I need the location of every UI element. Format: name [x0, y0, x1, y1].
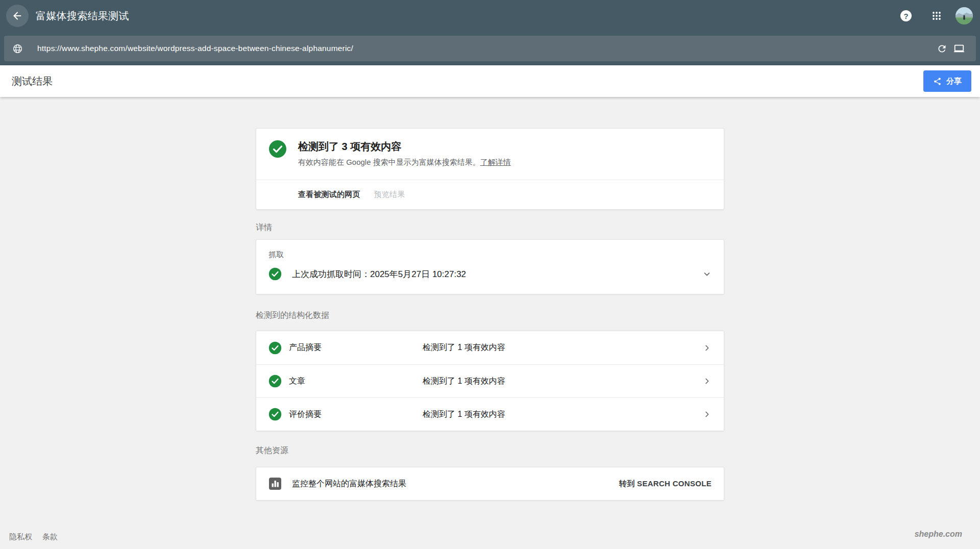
page-title: 测试结果 — [12, 74, 53, 88]
valid-check-icon — [268, 375, 282, 388]
crawl-card: 抓取 上次成功抓取时间：2025年5月27日 10:27:32 — [256, 239, 724, 294]
structured-section-label: 检测到的结构化数据 — [256, 310, 724, 321]
app-bar: 富媒体搜索结果测试 ? — [0, 0, 980, 32]
chevron-right-icon — [702, 377, 712, 386]
footer: 隐私权 条款 — [9, 532, 58, 542]
learn-more-link[interactable]: 了解详情 — [480, 158, 511, 166]
go-to-search-console-link[interactable]: 转到 SEARCH CONSOLE — [619, 479, 712, 489]
crawl-status-text: 上次成功抓取时间：2025年5月27日 10:27:32 — [292, 268, 466, 280]
chevron-right-icon — [702, 343, 712, 353]
share-icon — [933, 77, 942, 86]
resources-section-label: 其他资源 — [256, 445, 724, 456]
tab-view-tested-page[interactable]: 查看被测试的网页 — [298, 190, 360, 199]
results-header: 测试结果 分享 — [0, 65, 980, 97]
summary-card: 检测到了 3 项有效内容 有效内容能在 Google 搜索中显示为富媒体搜索结果… — [256, 128, 724, 210]
structured-row-article[interactable]: 文章 检测到了 1 项有效内容 — [256, 364, 724, 397]
crawl-check-icon — [268, 267, 282, 281]
terms-link[interactable]: 条款 — [42, 532, 58, 542]
row-label: 评价摘要 — [289, 409, 423, 420]
device-screen-icon[interactable] — [950, 40, 968, 57]
structured-data-card: 产品摘要 检测到了 1 项有效内容 文章 检测到了 1 项有效内容 — [256, 331, 724, 431]
details-section-label: 详情 — [256, 222, 724, 233]
refresh-icon[interactable] — [933, 40, 950, 57]
avatar[interactable] — [955, 7, 973, 24]
apps-grid-icon[interactable] — [932, 11, 941, 20]
summary-subtitle: 有效内容能在 Google 搜索中显示为富媒体搜索结果。 — [298, 158, 480, 166]
tab-preview-results: 预览结果 — [374, 190, 405, 199]
chevron-right-icon — [702, 410, 712, 419]
row-label: 产品摘要 — [289, 342, 423, 353]
share-button[interactable]: 分享 — [923, 70, 971, 92]
valid-check-icon — [268, 341, 282, 355]
row-status: 检测到了 1 项有效内容 — [423, 342, 505, 353]
globe-icon — [12, 43, 23, 54]
resources-item-label: 监控整个网站的富媒体搜索结果 — [292, 479, 406, 489]
row-status: 检测到了 1 项有效内容 — [423, 409, 505, 420]
structured-row-product-snippet[interactable]: 产品摘要 检测到了 1 项有效内容 — [256, 331, 724, 364]
resources-card: 监控整个网站的富媒体搜索结果 转到 SEARCH CONSOLE — [256, 467, 724, 501]
help-icon[interactable]: ? — [900, 10, 912, 21]
row-status: 检测到了 1 项有效内容 — [423, 376, 505, 387]
url-pill: https://www.shephe.com/website/wordpress… — [4, 36, 976, 61]
app-title: 富媒体搜索结果测试 — [36, 9, 129, 23]
row-label: 文章 — [289, 376, 423, 387]
bar-chart-icon — [268, 477, 282, 490]
privacy-link[interactable]: 隐私权 — [9, 532, 32, 542]
chevron-down-icon[interactable] — [702, 269, 712, 279]
tested-url[interactable]: https://www.shephe.com/website/wordpress… — [37, 44, 933, 53]
valid-check-icon — [268, 408, 282, 421]
crawl-card-label: 抓取 — [268, 250, 712, 260]
back-button[interactable] — [6, 5, 29, 27]
main-content: 检测到了 3 项有效内容 有效内容能在 Google 搜索中显示为富媒体搜索结果… — [0, 97, 980, 501]
url-bar: https://www.shephe.com/website/wordpress… — [0, 32, 980, 65]
success-check-icon — [268, 140, 287, 160]
structured-row-review-snippet[interactable]: 评价摘要 检测到了 1 项有效内容 — [256, 397, 724, 431]
share-label: 分享 — [946, 77, 962, 86]
back-arrow-icon — [12, 10, 23, 21]
watermark: shephe.com — [915, 530, 962, 539]
summary-title: 检测到了 3 项有效内容 — [298, 140, 511, 153]
